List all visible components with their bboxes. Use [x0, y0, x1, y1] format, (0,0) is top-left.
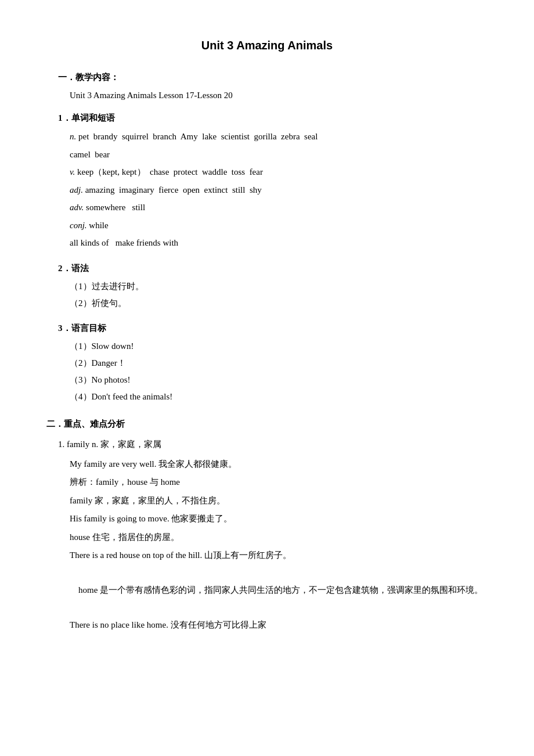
vocab-line-n: n. pet brandy squirrel branch Amy lake s…: [70, 128, 488, 145]
words-adv: somewhere still: [86, 203, 145, 212]
camel-bear: camel bear: [70, 150, 110, 159]
prefix-n: n.: [70, 132, 78, 141]
home-example: There is no place like home. 没有任何地方可比得上家: [70, 617, 488, 633]
section2-header: 二．重点、难点分析: [46, 416, 488, 432]
words-adj: amazing imaginary fierce open extinct st…: [85, 185, 262, 195]
family-bianxi: 辨析：family，house 与 home: [70, 474, 488, 491]
grammar-item-1: （1）过去进行时。: [70, 279, 488, 294]
lang-goal-3: （3）No photos!: [70, 372, 488, 388]
words-v: keep（kept, kept） chase protect waddle to…: [77, 167, 263, 177]
family-title: 1. family n. 家，家庭，家属: [58, 437, 488, 452]
words-conj: while: [89, 221, 108, 230]
section1-header: 一．教学内容：: [58, 70, 488, 85]
vocab-line-phrases: all kinds of make friends with: [70, 235, 488, 251]
house-example: There is a red house on top of the hill.…: [70, 547, 488, 564]
sub3-label: 3．语言目标: [58, 321, 488, 336]
prefix-adv: adv.: [70, 203, 86, 212]
words-n: pet brandy squirrel branch Amy lake scie…: [78, 132, 317, 141]
prefix-conj: conj.: [70, 221, 89, 230]
vocab-line-n2: camel bear: [70, 146, 488, 163]
page-title: Unit 3 Amazing Animals: [46, 35, 488, 56]
vocab-line-conj: conj. while: [70, 217, 488, 234]
family-example2: His family is going to move. 他家要搬走了。: [70, 510, 488, 527]
section1-content: Unit 3 Amazing Animals Lesson 17-Lesson …: [70, 88, 488, 103]
family-example1: My family are very well. 我全家人都很健康。: [70, 456, 488, 473]
house-desc: house 住宅，指居住的房屋。: [70, 529, 488, 546]
lang-goal-1: （1）Slow down!: [70, 339, 488, 354]
vocab-line-adj: adj. amazing imaginary fierce open extin…: [70, 182, 488, 199]
lang-goal-2: （2）Danger！: [70, 355, 488, 371]
lang-goal-4: （4）Don't feed the animals!: [70, 389, 488, 405]
prefix-adj: adj.: [70, 185, 85, 195]
phrase-allkinds: all kinds of make friends with: [70, 238, 178, 247]
grammar-item-2: （2）祈使句。: [70, 296, 488, 311]
sub1-label: 1．单词和短语: [58, 110, 488, 126]
sub2-label: 2．语法: [58, 261, 488, 276]
family-desc: family 家，家庭，家里的人，不指住房。: [70, 492, 488, 509]
section2: 二．重点、难点分析 1. family n. 家，家庭，家属 My family…: [46, 416, 488, 633]
home-desc: home 是一个带有感情色彩的词，指同家人共同生活的地方，不一定包含建筑物，强调…: [70, 566, 488, 615]
vocab-line-v: v. keep（kept, kept） chase protect waddle…: [70, 164, 488, 181]
prefix-v: v.: [70, 167, 77, 177]
section1: 一．教学内容： Unit 3 Amazing Animals Lesson 17…: [46, 70, 488, 405]
vocab-line-adv: adv. somewhere still: [70, 199, 488, 216]
